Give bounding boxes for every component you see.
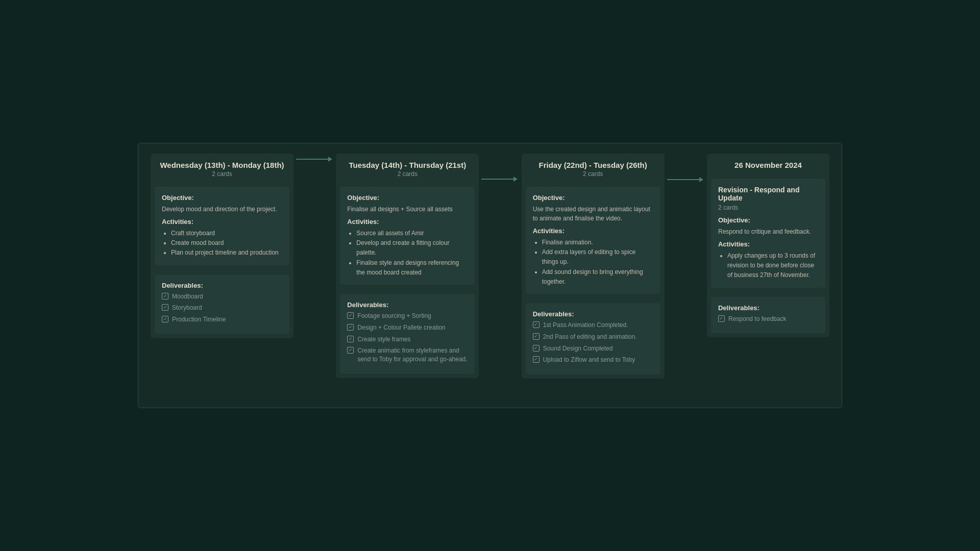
deliverable-2-3: Create style frames <box>347 335 468 344</box>
objective-label-3: Objective: <box>533 194 653 202</box>
checkbox-icon-4-1 <box>718 315 725 322</box>
deliverable-text-3-3: Sound Design Completed <box>543 344 613 353</box>
columns-row: Wednesday (13th) - Monday (18th) 2 cards… <box>151 154 829 379</box>
checkbox-icon-1-1 <box>162 293 168 299</box>
deliverable-text-1-2: Storyboard <box>172 304 202 312</box>
activity-1-1: Craft storyboard <box>171 229 282 238</box>
checkbox-icon-2-4 <box>347 347 354 354</box>
deliverable-text-3-1: 1st Pass Animation Completed. <box>543 321 628 330</box>
col-cards-2: 2 cards <box>341 170 474 178</box>
section-title-4: Revision - Respond and Update <box>718 186 818 202</box>
activity-3-1: Finalise animation. <box>542 238 653 247</box>
checkbox-icon-2-1 <box>347 312 354 319</box>
checkbox-icon-1-3 <box>162 316 168 322</box>
checkbox-icon-3-2 <box>533 333 540 340</box>
checkbox-icon-2-2 <box>347 324 354 331</box>
arrow-1 <box>293 159 334 160</box>
main-card-3: Objective: Use the created design and an… <box>526 187 660 294</box>
objective-text-3: Use the created design and animatic layo… <box>533 205 653 223</box>
main-card-4: Revision - Respond and Update 2 cards Ob… <box>711 179 825 288</box>
checkbox-icon-1-2 <box>162 304 168 311</box>
deliverable-1-3: Production Timeline <box>162 315 282 324</box>
checkbox-icon-3-1 <box>533 321 540 328</box>
col-title-1: Wednesday (13th) - Monday (18th) <box>156 161 288 169</box>
column-1: Wednesday (13th) - Monday (18th) 2 cards… <box>151 154 293 338</box>
activities-label-2: Activities: <box>347 218 468 226</box>
arrow-line-3 <box>667 179 703 180</box>
objective-label-4: Objective: <box>718 216 818 224</box>
column-3: Friday (22nd) - Tuesday (26th) 2 cards O… <box>522 154 665 379</box>
checkbox-icon-3-3 <box>533 345 540 352</box>
column-wrapper-1: Wednesday (13th) - Monday (18th) 2 cards… <box>151 154 336 338</box>
column-4: 26 November 2024 Revision - Respond and … <box>707 154 829 337</box>
deliverable-text-3-4: Upload to Ziflow and send to Toby <box>543 356 635 364</box>
activity-4-1: Apply changes up to 3 rounds of revision… <box>727 251 818 281</box>
deliverables-label-3: Deliverables: <box>533 310 653 318</box>
deliverables-card-2: Deliverables: Footage sourcing + Sorting… <box>340 294 475 374</box>
col-title-4: 26 November 2024 <box>712 161 824 169</box>
deliverables-card-3: Deliverables: 1st Pass Animation Complet… <box>526 303 660 374</box>
objective-label-1: Objective: <box>162 194 282 202</box>
activities-list-2: Source all assets of Amir Develop and cr… <box>347 229 468 278</box>
checkbox-icon-2-3 <box>347 336 354 342</box>
arrow-line-1 <box>296 159 332 160</box>
main-card-2: Objective: Finalise all designs + Source… <box>340 187 475 285</box>
deliverable-text-2-2: Design + Colour Pallete creation <box>357 323 445 332</box>
column-header-4: 26 November 2024 <box>707 154 829 173</box>
column-2: Tuesday (14th) - Thursday (21st) 2 cards… <box>336 154 479 378</box>
column-header-2: Tuesday (14th) - Thursday (21st) 2 cards <box>336 154 479 182</box>
objective-text-2: Finalise all designs + Source all assets <box>347 205 468 214</box>
column-wrapper-2: Tuesday (14th) - Thursday (21st) 2 cards… <box>336 154 521 378</box>
deliverables-label-4: Deliverables: <box>718 304 818 312</box>
objective-text-1: Develop mood and direction of the projec… <box>162 205 282 214</box>
deliverable-text-1-1: Moodboard <box>172 292 203 301</box>
deliverable-2-1: Footage sourcing + Sorting <box>347 312 468 320</box>
deliverable-2-4: Create animatic from styleframes and sen… <box>347 346 468 364</box>
deliverable-text-2-1: Footage sourcing + Sorting <box>357 312 431 320</box>
deliverable-text-2-3: Create style frames <box>357 335 410 344</box>
activity-2-1: Source all assets of Amir <box>356 229 468 238</box>
activities-list-1: Craft storyboard Create mood board Plan … <box>162 229 282 258</box>
activities-label-3: Activities: <box>533 227 653 235</box>
deliverable-4-1: Respond to feedback <box>718 315 818 323</box>
activity-3-2: Add extra layers of editing to spice thi… <box>542 247 653 267</box>
col-cards-3: 2 cards <box>527 170 659 178</box>
deliverable-3-2: 2nd Pass of editing and animation. <box>533 333 653 341</box>
deliverable-1-2: Storyboard <box>162 304 282 312</box>
deliverable-text-4-1: Respond to feedback <box>728 315 786 323</box>
col-cards-1: 2 cards <box>156 170 288 178</box>
activities-list-3: Finalise animation. Add extra layers of … <box>533 238 653 287</box>
deliverables-label-1: Deliverables: <box>162 282 282 289</box>
deliverable-1-1: Moodboard <box>162 292 282 301</box>
activities-label-1: Activities: <box>162 218 282 226</box>
column-wrapper-4: 26 November 2024 Revision - Respond and … <box>707 154 829 337</box>
activity-1-3: Plan out project timeline and production <box>171 248 282 258</box>
column-wrapper-3: Friday (22nd) - Tuesday (26th) 2 cards O… <box>522 154 707 379</box>
activity-3-3: Add sound design to bring everything tog… <box>542 267 653 287</box>
column-header-3: Friday (22nd) - Tuesday (26th) 2 cards <box>522 154 665 182</box>
objective-text-4: Respond to critique and feedback. <box>718 227 818 236</box>
deliverable-text-3-2: 2nd Pass of editing and animation. <box>543 333 637 341</box>
column-header-1: Wednesday (13th) - Monday (18th) 2 cards <box>151 154 293 182</box>
deliverable-3-3: Sound Design Completed <box>533 344 653 353</box>
arrow-3 <box>665 179 705 180</box>
deliverable-text-1-3: Production Timeline <box>172 315 226 324</box>
deliverable-3-4: Upload to Ziflow and send to Toby <box>533 356 653 364</box>
activities-label-4: Activities: <box>718 240 818 248</box>
deliverable-3-1: 1st Pass Animation Completed. <box>533 321 653 330</box>
col-title-3: Friday (22nd) - Tuesday (26th) <box>527 161 659 169</box>
board-container: Wednesday (13th) - Monday (18th) 2 cards… <box>138 143 842 408</box>
arrow-line-2 <box>481 179 517 180</box>
col-title-2: Tuesday (14th) - Thursday (21st) <box>341 161 474 169</box>
checkbox-icon-3-4 <box>533 356 540 363</box>
activity-1-2: Create mood board <box>171 238 282 248</box>
deliverables-card-4: Deliverables: Respond to feedback <box>711 297 825 334</box>
section-cards-4: 2 cards <box>718 204 818 211</box>
activities-list-4: Apply changes up to 3 rounds of revision… <box>718 251 818 281</box>
objective-label-2: Objective: <box>347 194 468 202</box>
activity-2-2: Develop and create a fitting colour pale… <box>356 238 468 258</box>
arrow-2 <box>479 179 520 180</box>
deliverable-text-2-4: Create animatic from styleframes and sen… <box>357 346 468 364</box>
activity-2-3: Finalise style and designs referencing t… <box>356 258 468 278</box>
deliverables-label-2: Deliverables: <box>347 301 468 309</box>
